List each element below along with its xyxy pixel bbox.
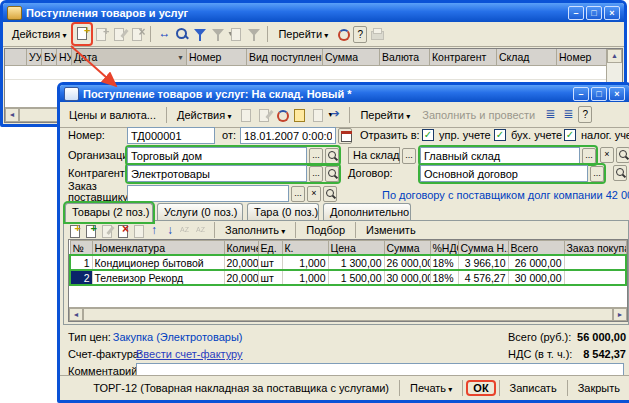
document-structure-icon[interactable] [542,107,558,123]
checkbox-mgmt-accounting[interactable]: ✓ упр. учете [422,129,491,141]
pick-button[interactable]: Подбор [301,222,350,238]
scrollbar-thumb[interactable] [83,308,613,321]
maximize-button[interactable]: □ [591,87,607,101]
cell-price[interactable]: 1 500,00 [328,270,384,285]
date-input[interactable] [240,127,336,144]
cell-total[interactable]: 26 000,00 [508,255,564,270]
supplier-order-select-button[interactable]: ... [291,186,305,202]
contractor-input[interactable] [127,165,307,182]
invoice-link[interactable]: Ввести счет-фактуру [136,348,243,360]
save-icon[interactable] [238,107,254,123]
column-header-contractor[interactable]: Контрагент [430,49,497,65]
delete-row-icon[interactable] [115,223,129,237]
scroll-right-button[interactable]: ► [613,308,627,321]
grid-row-1[interactable]: 1 Кондиционер бытовой 20,000 шт 1,000 1 … [70,255,626,270]
col-sum[interactable]: Сумма [384,241,430,256]
tab-additional[interactable]: Дополнительно [323,203,411,221]
filter-clear-icon[interactable] [246,26,262,42]
cell-vat[interactable]: 18% [430,270,458,285]
cell-total[interactable]: 30 000,00 [508,270,564,285]
copy-rows-icon[interactable] [131,223,145,237]
save-button[interactable]: Записать [505,380,562,396]
supplier-order-open-icon[interactable] [323,186,337,202]
dialog-titlebar[interactable]: Поступление товаров и услуг: На склад. Н… [60,85,629,102]
list-window-titlebar[interactable]: Поступления товаров и услуг – □ × [3,3,624,22]
edit-row-icon[interactable] [99,223,113,237]
col-vat-rate[interactable]: %НДС [430,241,458,256]
empty-list-row[interactable] [5,66,622,80]
move-down-icon[interactable] [163,223,177,237]
add-row-icon[interactable] [67,223,81,237]
grid-horizontal-scrollbar[interactable]: ◄ ► [69,307,627,321]
warehouse-select-button[interactable]: ... [582,148,596,164]
cell-vat[interactable]: 18% [430,255,458,270]
cell-unit[interactable]: шт [258,255,282,270]
organization-select-button[interactable]: ... [309,148,323,164]
number-input[interactable] [127,127,215,144]
warehouse-input[interactable] [420,147,580,164]
column-width-icon[interactable] [156,26,172,42]
cell-qty[interactable]: 20,000 [224,270,258,285]
filter-by-value-icon[interactable] [210,26,226,42]
filter-icon[interactable] [192,26,208,42]
cell-k[interactable]: 1,000 [282,255,328,270]
cell-name[interactable]: Телевизор Рекорд [92,270,224,285]
move-up-icon[interactable] [147,223,161,237]
go-menu-button[interactable]: Перейти [273,26,333,42]
column-header-number[interactable]: Номер [187,49,247,65]
cell-sum[interactable]: 26 000,00 [384,255,430,270]
refresh-icon[interactable] [335,26,351,42]
column-header-uu[interactable]: УУ [27,49,42,65]
tab-services[interactable]: Услуги (0 поз.) [157,203,243,221]
sort-asc-icon[interactable] [179,223,193,237]
supplier-order-clear-button[interactable]: × [307,186,321,202]
close-button[interactable]: × [604,6,620,20]
col-vat-sum[interactable]: Сумма Н... [458,241,508,256]
output-list-icon[interactable] [228,26,244,42]
post-document-icon[interactable] [328,107,344,123]
cell-num[interactable]: 1 [70,255,92,270]
maximize-button[interactable]: □ [586,6,602,20]
help-button[interactable]: ? [578,106,592,123]
cell-num[interactable]: 2 [70,270,92,285]
prices-currency-button[interactable]: Цены и валюта... [64,107,161,123]
add-item-icon[interactable] [74,25,90,41]
warehouse-open-icon[interactable] [616,147,629,163]
operation-kind-button[interactable]: ... [402,148,416,164]
column-header-currency[interactable]: Валюта [380,49,430,65]
contractor-select-button[interactable]: ... [309,166,323,182]
sort-desc-icon[interactable] [195,223,209,237]
checkbox-icon[interactable]: ✓ [422,129,434,141]
torg12-button[interactable]: ТОРГ-12 (Товарная накладная за поставщик… [88,380,394,396]
unpost-icon[interactable] [310,107,326,123]
set-time-icon[interactable] [292,107,308,123]
column-header-bu[interactable]: БУ [42,49,57,65]
organization-input[interactable] [127,147,307,164]
cell-vat-sum[interactable]: 3 966,10 [458,255,508,270]
cell-k[interactable]: 1,000 [282,270,328,285]
scroll-left-button[interactable]: ◄ [5,108,19,122]
edit-item-icon[interactable] [111,26,127,42]
change-button[interactable]: Изменить [361,222,421,238]
print-button[interactable]: Печать [405,380,457,396]
help-button[interactable]: ? [353,26,367,43]
delete-item-icon[interactable] [129,26,145,42]
print-icon[interactable] [369,26,385,42]
close-dialog-button[interactable]: Закрыть [573,380,625,396]
cell-price[interactable]: 1 300,00 [328,255,384,270]
column-header-warehouse[interactable]: Склад [497,49,557,65]
actions-menu-button[interactable]: Действия [172,107,236,123]
column-header-number2[interactable]: Номер [557,49,607,65]
go-menu-button[interactable]: Перейти [355,107,415,123]
minimize-button[interactable]: – [573,87,589,101]
minimize-button[interactable]: – [568,6,584,20]
column-header-date[interactable]: Дата ▼ [72,49,187,65]
contract-select-button[interactable]: ... [590,166,604,182]
tab-containers[interactable]: Тара (0 поз.) [247,203,319,221]
col-buyer-order[interactable]: Заказ покупател [564,241,626,256]
checkbox-tax-accounting[interactable]: ✓ налог. учете [564,129,629,141]
column-header-icon[interactable] [5,49,27,65]
close-button[interactable]: × [609,87,625,101]
cell-vat-sum[interactable]: 4 576,27 [458,270,508,285]
column-header-kind[interactable]: Вид поступления [247,49,323,65]
